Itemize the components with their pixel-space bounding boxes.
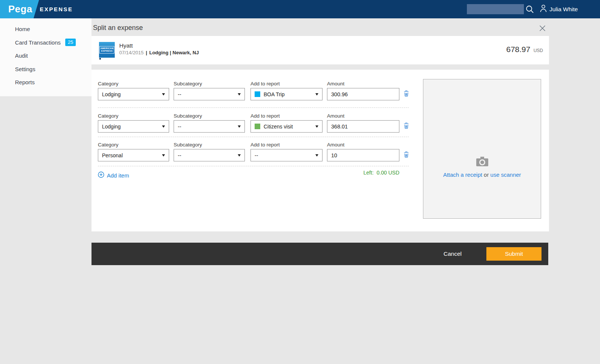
- separator: |: [146, 50, 147, 55]
- sidebar-item-label: Settings: [15, 66, 35, 72]
- subcategory-select[interactable]: --: [174, 120, 245, 133]
- subcategory-value: --: [178, 124, 181, 130]
- currency-code: USD: [534, 48, 543, 53]
- sidebar-item-home[interactable]: Home: [0, 22, 92, 36]
- category-label: Category: [98, 113, 169, 119]
- amount-input[interactable]: [327, 149, 399, 161]
- subcategory-label: Subcategory: [174, 142, 245, 148]
- sidebar-item-label: Home: [15, 26, 30, 32]
- report-color-swatch: [255, 91, 260, 97]
- pega-logo-text: Pega: [0, 3, 32, 15]
- sidebar-item-settings[interactable]: Settings: [0, 63, 92, 76]
- modal-footer: Cancel Submit: [92, 243, 548, 265]
- sidebar-item-card-transactions[interactable]: Card Transactions 25: [0, 36, 92, 49]
- app-title: EXPENSE: [40, 0, 73, 18]
- chevron-down-icon: [315, 154, 318, 157]
- total-amount: 678.97: [506, 45, 530, 54]
- amount-label: Amount: [327, 142, 399, 148]
- report-label: Add to report: [250, 142, 322, 148]
- amount-label: Amount: [327, 113, 399, 119]
- report-value: --: [255, 152, 258, 158]
- receipt-dropzone[interactable]: Attach a receipt or use scanner: [423, 79, 541, 219]
- add-item-button[interactable]: Add item: [98, 172, 129, 179]
- close-icon[interactable]: [539, 25, 546, 32]
- report-select[interactable]: BOA Trip: [250, 88, 322, 100]
- row-divider: [98, 137, 409, 137]
- amount-input[interactable]: [327, 88, 399, 100]
- receipt-links: Attach a receipt or use scanner: [443, 172, 521, 178]
- expense-summary-card: AMERICAN EXPRESS Hyatt 07/14/2015 | Lodg…: [92, 36, 549, 64]
- expense-total: 678.97 USD: [506, 45, 543, 54]
- user-icon: [540, 4, 547, 14]
- user-menu[interactable]: Julia White: [540, 0, 578, 18]
- delete-row-icon[interactable]: [404, 151, 410, 158]
- split-form-card: Category Lodging Subcategory -- Add to r…: [92, 70, 549, 231]
- report-color-swatch: [255, 124, 260, 129]
- expense-category-location: Lodging | Newark, NJ: [149, 50, 199, 55]
- subcategory-value: --: [178, 152, 181, 158]
- sidebar-item-label: Audit: [15, 52, 28, 59]
- report-value: BOA Trip: [264, 91, 285, 97]
- sidebar-item-label: Card Transactions: [15, 39, 61, 46]
- subcategory-value: --: [178, 91, 181, 97]
- delete-row-icon[interactable]: [404, 122, 410, 129]
- left-label: Left:: [363, 170, 374, 176]
- category-label: Category: [98, 142, 169, 148]
- subcategory-select[interactable]: --: [174, 149, 245, 161]
- card-transactions-count-badge: 25: [65, 39, 76, 46]
- left-remaining: Left:0.00 USD: [98, 170, 399, 176]
- expense-details: 07/14/2015 | Lodging | Newark, NJ: [119, 50, 199, 55]
- plus-circle-icon: [98, 172, 104, 179]
- chevron-down-icon: [315, 125, 318, 128]
- add-item-label: Add item: [107, 172, 129, 179]
- amex-logo-line2: EXPRESS: [100, 50, 114, 52]
- use-scanner-link[interactable]: use scanner: [490, 172, 521, 178]
- sidebar-item-label: Reports: [15, 79, 35, 85]
- user-name: Julia White: [549, 6, 578, 13]
- chevron-down-icon: [162, 154, 165, 157]
- amex-card-logo: AMERICAN EXPRESS: [99, 42, 115, 58]
- expense-date: 07/14/2015: [119, 50, 144, 55]
- category-value: Lodging: [102, 91, 121, 97]
- category-value: Lodging: [102, 124, 121, 130]
- amount-label: Amount: [327, 81, 399, 87]
- camera-icon: [476, 156, 489, 169]
- category-select[interactable]: Personal: [98, 149, 169, 161]
- split-row: Category Lodging Subcategory -- Add to r…: [98, 81, 417, 106]
- amex-logo-line1: AMERICAN: [100, 47, 114, 50]
- delete-row-icon[interactable]: [404, 90, 410, 97]
- report-select[interactable]: --: [250, 149, 322, 161]
- chevron-down-icon: [162, 125, 165, 128]
- category-value: Personal: [102, 152, 123, 158]
- left-value: 0.00 USD: [376, 170, 399, 176]
- modal-title: Split an expense: [93, 24, 143, 32]
- category-select[interactable]: Lodging: [98, 120, 169, 133]
- report-value: Citizens visit: [264, 124, 293, 130]
- submit-button[interactable]: Submit: [486, 247, 542, 261]
- chevron-down-icon: [238, 93, 241, 95]
- sidebar-item-audit[interactable]: Audit: [0, 49, 92, 63]
- report-label: Add to report: [250, 81, 322, 87]
- report-label: Add to report: [250, 113, 322, 119]
- chevron-down-icon: [238, 154, 241, 157]
- row-divider: [98, 107, 409, 108]
- split-row: Category Personal Subcategory -- Add to …: [98, 142, 417, 167]
- report-select[interactable]: Citizens visit: [250, 120, 322, 133]
- attach-receipt-link[interactable]: Attach a receipt: [443, 172, 482, 178]
- chevron-down-icon: [162, 93, 165, 95]
- row-divider: [98, 166, 409, 166]
- sidebar-item-reports[interactable]: Reports: [0, 76, 92, 89]
- subcategory-select[interactable]: --: [174, 88, 245, 100]
- split-row: Category Lodging Subcategory -- Add to r…: [98, 113, 417, 138]
- amount-input[interactable]: [327, 120, 399, 133]
- app-header: Pega EXPENSE Julia White: [0, 0, 600, 18]
- search-input[interactable]: [467, 4, 524, 14]
- cancel-button[interactable]: Cancel: [444, 251, 462, 257]
- category-label: Category: [98, 81, 169, 87]
- amex-logo-dot: [99, 58, 101, 60]
- search-icon[interactable]: [526, 5, 534, 15]
- chevron-down-icon: [238, 125, 241, 128]
- merchant-name: Hyatt: [119, 42, 133, 49]
- category-select[interactable]: Lodging: [98, 88, 169, 100]
- or-text: or: [484, 172, 489, 178]
